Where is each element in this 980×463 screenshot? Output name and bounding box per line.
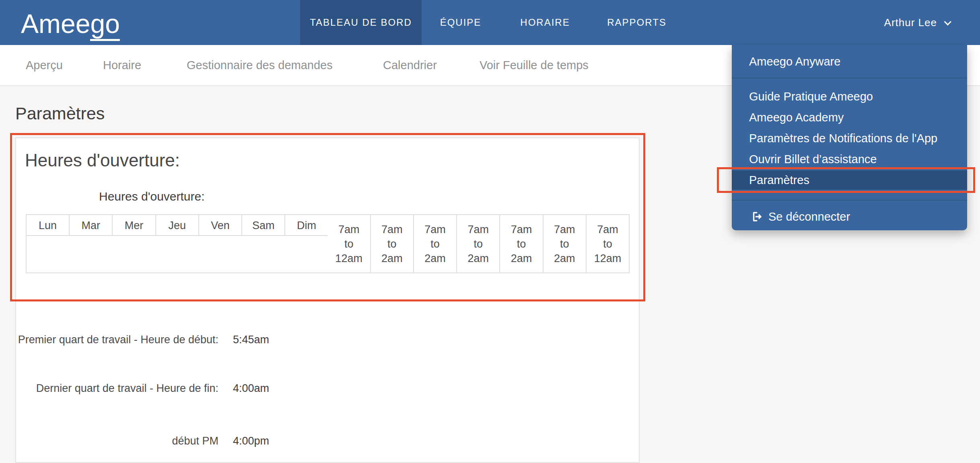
subnav-apercu[interactable]: Aperçu	[26, 45, 63, 85]
field-first-shift-start: Premier quart de travail - Heure de débu…	[16, 332, 269, 347]
subnav-calendrier[interactable]: Calendrier	[383, 45, 437, 85]
page-title: Paramètres	[15, 104, 105, 123]
chevron-down-icon	[944, 18, 951, 25]
user-menu-trigger[interactable]: Arthur Lee	[884, 0, 949, 45]
menu-item-group: Guide Pratique Ameego Ameego Academy Par…	[732, 86, 967, 170]
menu-item-ameego-academy[interactable]: Ameego Academy	[732, 107, 967, 128]
menu-item-support-ticket[interactable]: Ouvrir Billet d’assistance	[732, 149, 967, 170]
menu-item-notifications-settings[interactable]: Paramètres de Notifications de l'App	[732, 128, 967, 149]
logout-icon	[751, 211, 763, 223]
field-label: Dernier quart de travail - Heure de fin:	[16, 381, 218, 396]
tab-tableau-de-bord[interactable]: TABLEAU DE BORD	[300, 0, 422, 45]
annotation-box-hours-section	[10, 133, 645, 301]
logout-label: Se déconnecter	[768, 206, 850, 227]
field-label: Premier quart de travail - Heure de débu…	[16, 332, 218, 347]
field-last-shift-end: Dernier quart de travail - Heure de fin:…	[16, 381, 269, 396]
ameego-logo[interactable]: Ameego	[21, 0, 120, 45]
top-navbar: Ameego TABLEAU DE BORD ÉQUIPE HORAIRE RA…	[0, 0, 980, 45]
subnav-horaire[interactable]: Horaire	[103, 45, 141, 85]
user-name: Arthur Lee	[884, 16, 937, 29]
subnav-voir-feuille-de-temps[interactable]: Voir Feuille de temps	[480, 45, 589, 85]
logo-underlined-text: go	[90, 9, 119, 41]
user-dropdown-menu: Ameego Anyware Guide Pratique Ameego Ame…	[732, 45, 967, 230]
annotation-box-menu-parametres	[717, 167, 975, 193]
subnav-gestionnaire-demandes[interactable]: Gestionnaire des demandes	[187, 45, 333, 85]
field-pm-start: début PM 4:00pm	[16, 434, 269, 449]
field-value[interactable]: 5:45am	[233, 332, 269, 347]
menu-item-ameego-anyware[interactable]: Ameego Anyware	[732, 45, 967, 78]
menu-divider	[732, 200, 967, 201]
tab-horaire[interactable]: HORAIRE	[505, 0, 585, 45]
logo-text: Amee	[21, 9, 90, 39]
tab-rapports[interactable]: RAPPORTS	[597, 0, 677, 45]
menu-item-guide-pratique[interactable]: Guide Pratique Ameego	[732, 86, 967, 107]
tab-equipe[interactable]: ÉQUIPE	[420, 0, 501, 45]
field-value[interactable]: 4:00am	[233, 381, 269, 396]
field-value[interactable]: 4:00pm	[233, 434, 269, 449]
field-label: début PM	[16, 434, 218, 449]
menu-item-logout[interactable]: Se déconnecter	[732, 206, 967, 227]
